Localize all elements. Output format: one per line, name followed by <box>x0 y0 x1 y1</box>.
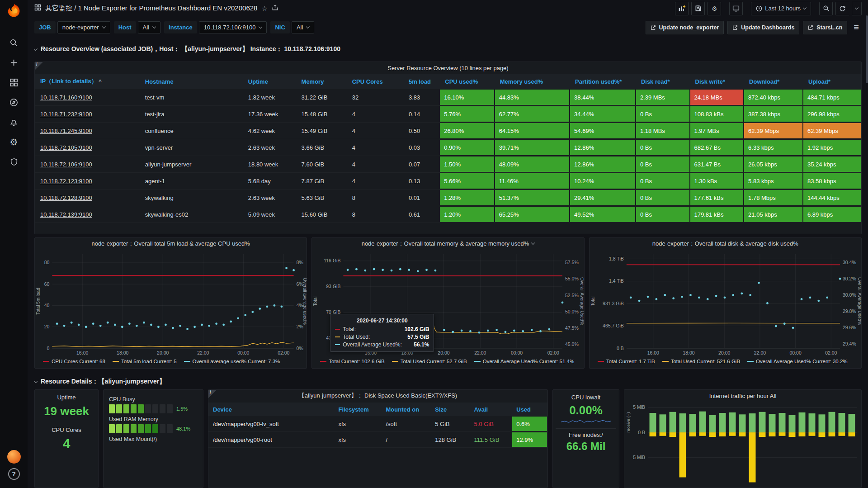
ip-link[interactable]: 10.118.72.128:9100 <box>35 194 92 201</box>
col-upload[interactable]: Upload* <box>803 74 861 89</box>
grafana-logo-icon[interactable] <box>5 3 23 20</box>
filter-host: Host All <box>114 21 160 33</box>
internet-traffic-plot[interactable]: 5 MiB0 B-5 MiBreceive (+) <box>624 402 861 488</box>
disk-col-filesystem[interactable]: Filesystem <box>334 403 382 416</box>
tv-mode-button[interactable] <box>729 2 743 15</box>
user-avatar[interactable] <box>7 450 21 464</box>
filter-nic: NIC All <box>270 21 314 33</box>
col-download[interactable]: Download* <box>744 74 803 89</box>
disk-col-size[interactable]: Size <box>430 403 469 416</box>
dashboards-icon[interactable] <box>4 72 24 92</box>
cpu-cores-title[interactable]: CPU Cores <box>35 418 98 433</box>
filter-job-value[interactable]: node-exporter <box>57 21 110 33</box>
legend-item[interactable]: CPU Cores Current: 68 <box>43 359 105 364</box>
table-cell-colored: 49.52% <box>570 207 635 222</box>
overview-table-title[interactable]: Server Resource Overview (10 lines per p… <box>35 62 861 74</box>
zoom-out-time-button[interactable] <box>819 2 833 15</box>
save-dashboard-button[interactable] <box>691 2 705 15</box>
table-cell-colored: 108.83 kBs <box>690 106 744 122</box>
legend-item[interactable]: Overall Average Used% Current: 51.4% <box>474 359 574 364</box>
table-cell-colored: 1.18 MBs <box>636 123 689 138</box>
ip-link[interactable]: 10.118.71.232:9100 <box>35 111 92 118</box>
legend-item[interactable]: Total Used Current: 52.7 GiB <box>392 359 467 364</box>
svg-text:00:00: 00:00 <box>237 350 249 355</box>
chart-memory-title[interactable]: node-exporter：Overall total memory & ave… <box>312 238 584 250</box>
col-cpu-used[interactable]: CPU used% <box>439 74 494 89</box>
legend-item[interactable]: Total Used Current: 521.6 GiB <box>662 359 740 364</box>
internet-traffic-title[interactable]: Internet traffic per hour All <box>624 390 861 402</box>
chart-load-plot[interactable]: 16:0018:0020:0022:0000:0002:000204060800… <box>35 250 307 356</box>
refresh-button[interactable] <box>835 2 849 15</box>
svg-text:60: 60 <box>44 281 50 286</box>
svg-text:30.4%: 30.4% <box>843 259 856 265</box>
share-icon[interactable] <box>272 4 278 13</box>
svg-text:30.0%: 30.0% <box>843 292 856 298</box>
starsl-cn-button[interactable]: StarsL.cn <box>803 21 847 34</box>
chart-disk-plot[interactable]: 16:0018:0020:0022:0000:0002:001.8 TiB1.4… <box>590 250 861 356</box>
disk-col-avail[interactable]: Avail <box>470 403 512 416</box>
legend-item[interactable]: Total 5m load Current: 5 <box>113 359 177 364</box>
col-hostname[interactable]: Hostname <box>140 74 243 89</box>
col-memory-used[interactable]: Memory used% <box>495 74 570 89</box>
panel-info-icon[interactable]: i <box>208 390 217 398</box>
update-dashboards-button[interactable]: Update Dashboards <box>727 21 799 34</box>
add-panel-button[interactable] <box>675 2 689 15</box>
col-disk-read[interactable]: Disk read* <box>636 74 690 89</box>
refresh-interval-dropdown[interactable] <box>852 2 862 15</box>
filter-host-value[interactable]: All <box>138 21 160 33</box>
uptime-title[interactable]: Uptime <box>35 390 98 401</box>
svg-text:116 GiB: 116 GiB <box>324 258 341 263</box>
ip-link[interactable]: 10.118.72.105:9100 <box>35 144 92 151</box>
filter-nic-value[interactable]: All <box>292 21 314 33</box>
dashboard-settings-button[interactable]: ⚙ <box>708 2 721 15</box>
legend-item[interactable]: Overall average used% Current: 7.3% <box>184 359 280 364</box>
alerting-bell-icon[interactable] <box>4 112 24 132</box>
filter-instance-value[interactable]: 10.118.72.106:9100 <box>199 21 267 33</box>
configuration-gear-icon[interactable]: ⚙ <box>4 132 24 152</box>
col-partition-used[interactable]: Partition used%* <box>570 74 636 89</box>
disk-space-title[interactable]: 【aliyun-jumpserver】： Disk Space Used Bas… <box>208 390 547 402</box>
chart-load-title[interactable]: node-exporter：Overall total 5m load & av… <box>35 238 307 250</box>
update-node-exporter-button[interactable]: Update node_exporter <box>646 21 724 34</box>
ip-link[interactable]: 10.118.72.123:9100 <box>35 178 92 185</box>
scrollbar-thumb[interactable] <box>866 15 868 83</box>
section-resource-details[interactable]: Resource Details：【aliyun-jumpserver】 <box>34 377 862 387</box>
chart-disk-title[interactable]: node-exporter：Overall total disk & avera… <box>590 238 861 250</box>
col-5m-load[interactable]: 5m load <box>403 74 439 89</box>
disk-col-mounted[interactable]: Mounted on <box>382 403 431 416</box>
server-admin-shield-icon[interactable] <box>4 152 24 172</box>
help-icon[interactable]: ? <box>8 468 20 480</box>
cpu-iowait-title[interactable]: CPU iowait <box>553 390 619 401</box>
table-cell: 4 <box>347 178 403 185</box>
col-ip[interactable]: IP（Link to details） ^ <box>35 74 140 89</box>
search-icon[interactable] <box>4 33 24 52</box>
ip-link[interactable]: 10.118.71.160:9100 <box>35 94 92 101</box>
table-cell-colored: 682.67 Bs <box>690 140 744 155</box>
col-uptime[interactable]: Uptime <box>243 74 296 89</box>
legend-marker <box>747 361 754 362</box>
col-cpu-cores[interactable]: CPU Cores <box>347 74 403 89</box>
disk-col-device[interactable]: Device <box>208 403 334 416</box>
svg-text:29.8%: 29.8% <box>843 308 856 314</box>
tooltip-time: 2020-06-27 14:30:00 <box>335 317 429 324</box>
kiosk-menu-icon[interactable]: ≡ <box>851 22 862 33</box>
ip-link[interactable]: 10.118.71.245:9100 <box>35 128 92 134</box>
legend-item[interactable]: Total Current: 102.6 GiB <box>320 359 384 364</box>
panel-info-icon[interactable]: i <box>35 62 43 70</box>
explore-compass-icon[interactable] <box>4 92 24 112</box>
col-disk-write[interactable]: Disk write* <box>690 74 744 89</box>
disk-col-used[interactable]: Used <box>512 403 547 416</box>
ip-link[interactable]: 10.118.72.106:9100 <box>35 161 92 168</box>
table-cell: 2.63 week <box>243 144 296 151</box>
table-cell-colored: 0.90% <box>440 140 494 155</box>
time-range-picker[interactable]: Last 12 hours <box>751 2 811 15</box>
create-plus-icon[interactable] <box>4 52 24 72</box>
legend-item[interactable]: Total Current: 1.7 TiB <box>598 359 655 364</box>
filter-job-label: JOB <box>34 21 56 33</box>
legend-item[interactable]: Overall Average Used% Current: 30.2% <box>747 359 847 364</box>
col-memory[interactable]: Memory <box>296 74 347 89</box>
section-resource-overview[interactable]: Resource Overview (associated JOB)，Host：… <box>34 44 862 54</box>
free-inodes-title[interactable]: Free inodes:/ <box>553 429 619 438</box>
favorite-star-icon[interactable]: ☆ <box>261 5 267 13</box>
ip-link[interactable]: 10.118.72.139:9100 <box>35 211 92 218</box>
